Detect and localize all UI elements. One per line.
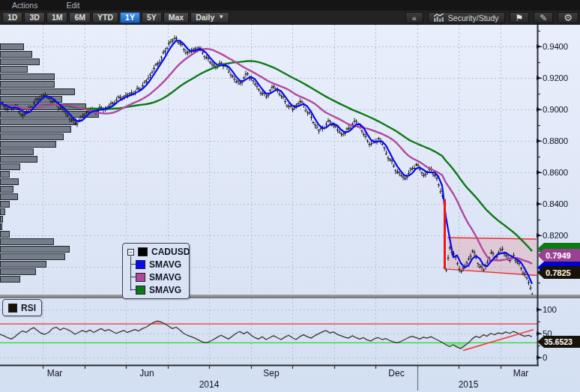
menu-edit[interactable]: Edit bbox=[66, 1, 79, 10]
time-axis-month-label: Mar bbox=[47, 368, 63, 379]
legend-tree-stub bbox=[130, 277, 136, 277]
cadusd-swatch bbox=[138, 247, 148, 256]
legend-label-smavg-3: SMAVG bbox=[149, 285, 181, 295]
range-button-3d[interactable]: 3D bbox=[24, 12, 44, 23]
legend-label-cadusd: CADUSD bbox=[151, 247, 190, 257]
rsi-axis-label: 0 bbox=[537, 353, 547, 362]
smavg-purple-price-tag: 0.7949 bbox=[537, 249, 580, 262]
range-button-1y[interactable]: 1Y bbox=[120, 12, 140, 23]
price-axis-label: 0.9200 bbox=[537, 73, 568, 82]
rsi-legend-label: RSI bbox=[21, 303, 36, 313]
range-button-max[interactable]: Max bbox=[163, 12, 189, 23]
range-button-1m[interactable]: 1M bbox=[46, 12, 68, 23]
menu-bar: Actions Edit bbox=[0, 0, 580, 10]
security-study-label: Security/Study bbox=[448, 13, 499, 22]
range-button-ytd[interactable]: YTD bbox=[92, 12, 118, 23]
rsi-axis-label: 100 bbox=[537, 305, 557, 314]
range-button-group: 1D3D1M6MYTD1Y5YMax bbox=[0, 12, 190, 23]
smavg-purple-swatch bbox=[136, 273, 145, 282]
time-axis-year-label: 2014 bbox=[199, 379, 220, 390]
rsi-value-tag: 35.6523 bbox=[537, 336, 580, 348]
interval-label: Daily bbox=[196, 13, 214, 22]
main-legend[interactable]: − CADUSD SMAVG SMAVG SMAVG bbox=[122, 243, 190, 299]
annotate-button[interactable]: ✎ bbox=[534, 12, 553, 23]
toolbar: 1D3D1M6MYTD1Y5YMax Daily ▼ « Security/St… bbox=[0, 10, 580, 25]
security-study-button[interactable]: Security/Study bbox=[428, 12, 505, 23]
legend-label-smavg-2: SMAVG bbox=[149, 272, 181, 283]
flag-button[interactable]: ⚑ bbox=[510, 12, 530, 23]
time-axis-month-label: Dec bbox=[388, 368, 404, 379]
range-button-6m[interactable]: 6M bbox=[69, 12, 91, 23]
price-axis-label: 0.8800 bbox=[537, 136, 568, 145]
legend-label-smavg-1: SMAVG bbox=[149, 259, 181, 270]
legend-tree-stub bbox=[130, 264, 136, 265]
price-axis-label: 0.8200 bbox=[537, 231, 568, 240]
price-axis-label: 0.9400 bbox=[537, 42, 568, 51]
chart-window: Actions Edit 1D3D1M6MYTD1Y5YMax Daily ▼ … bbox=[0, 0, 580, 392]
mini-chart-icon bbox=[434, 13, 444, 22]
price-axis-label: 0.9000 bbox=[537, 105, 568, 114]
legend-collapse-icon[interactable]: − bbox=[127, 249, 134, 256]
collapse-panel-button[interactable]: « bbox=[405, 12, 423, 23]
legend-tree-stub bbox=[130, 289, 136, 290]
time-axis-year-label: 2015 bbox=[459, 379, 479, 390]
range-button-1d[interactable]: 1D bbox=[2, 12, 22, 23]
time-axis-month-label: Jun bbox=[139, 368, 154, 379]
price-axis-label: 0.8400 bbox=[537, 199, 568, 208]
rsi-legend[interactable]: RSI bbox=[2, 299, 42, 316]
menu-actions[interactable]: Actions bbox=[12, 1, 37, 10]
legend-tree-connector bbox=[130, 256, 131, 291]
chevron-down-icon: ▼ bbox=[218, 13, 224, 22]
smavg-blue-swatch bbox=[136, 260, 145, 269]
smavg-green-swatch bbox=[136, 286, 145, 295]
range-button-5y[interactable]: 5Y bbox=[142, 12, 162, 23]
settings-gear-button[interactable]: ⚙ bbox=[558, 12, 579, 23]
time-axis-month-label: Sep bbox=[263, 368, 279, 379]
last-price-tag: 0.7825 bbox=[537, 266, 580, 279]
time-axis-month-label: Mar bbox=[513, 368, 529, 379]
price-axis-label: 0.8600 bbox=[537, 168, 568, 177]
interval-dropdown[interactable]: Daily ▼ bbox=[190, 12, 229, 23]
chart-plot[interactable] bbox=[0, 0, 580, 392]
rsi-swatch bbox=[8, 304, 17, 313]
toolbar-right-group: « Security/Study ⚑ ✎ ⚙ bbox=[405, 12, 579, 23]
